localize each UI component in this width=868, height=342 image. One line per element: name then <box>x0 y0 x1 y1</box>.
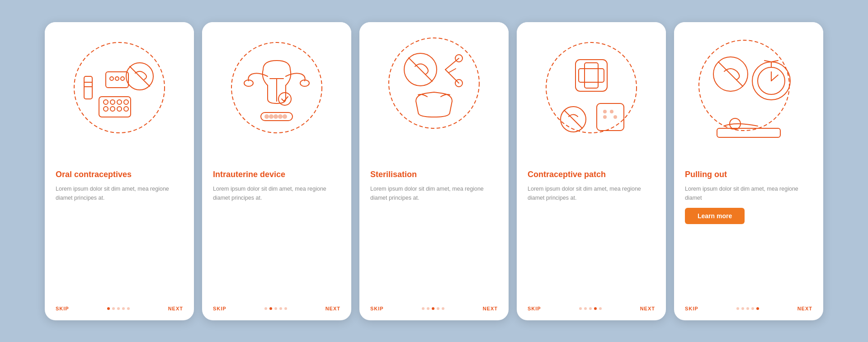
svg-line-33 <box>409 58 432 81</box>
svg-rect-1 <box>84 76 92 99</box>
dot-4-2 <box>584 307 587 310</box>
screen-3-dots <box>422 307 444 310</box>
svg-rect-43 <box>597 103 624 131</box>
screen-3-nav: SKIP NEXT <box>359 300 509 320</box>
svg-rect-40 <box>579 69 604 82</box>
screen-1-desc: Lorem ipsum dolor sit dim amet, mea regi… <box>56 184 183 202</box>
svg-point-26 <box>264 114 269 119</box>
screen-4-nav: SKIP NEXT <box>517 300 666 320</box>
screen-4-title: Contraceptive patch <box>528 169 655 180</box>
screen-3-content: Sterilisation Lorem ipsum dolor sit dim … <box>359 162 509 300</box>
svg-point-27 <box>269 114 274 119</box>
screen-5-next[interactable]: NEXT <box>797 306 812 311</box>
dot-2-5 <box>284 307 287 310</box>
learn-more-button[interactable]: Learn more <box>685 208 745 224</box>
screen-2-title: Intrauterine device <box>213 169 340 180</box>
screen-1-nav: SKIP NEXT <box>45 300 194 320</box>
screens-container: Oral contraceptives Lorem ipsum dolor si… <box>31 9 837 334</box>
illustration-sterilisation <box>359 22 509 162</box>
dot-1-4 <box>122 307 125 310</box>
screen-4-content: Contraceptive patch Lorem ipsum dolor si… <box>517 162 666 300</box>
svg-point-17 <box>115 77 119 80</box>
screen-intrauterine-device: Intrauterine device Lorem ipsum dolor si… <box>202 22 351 320</box>
screen-1-dots <box>107 307 130 310</box>
svg-line-56 <box>771 75 778 81</box>
dot-4-3 <box>589 307 592 310</box>
screen-3-next[interactable]: NEXT <box>483 306 498 311</box>
illustration-svg-4 <box>533 33 650 151</box>
dot-1-5 <box>127 307 130 310</box>
svg-point-31 <box>389 38 479 128</box>
svg-point-12 <box>124 107 128 111</box>
illustration-contraceptive-patch <box>517 22 666 162</box>
dot-3-4 <box>437 307 439 310</box>
dot-4-5 <box>599 307 602 310</box>
illustration-oral-contraceptives <box>45 22 194 162</box>
svg-point-7 <box>117 100 122 104</box>
screen-1-skip[interactable]: SKIP <box>56 306 69 311</box>
screen-1-content: Oral contraceptives Lorem ipsum dolor si… <box>45 162 194 300</box>
svg-point-24 <box>278 93 291 105</box>
svg-point-28 <box>274 114 278 119</box>
dot-5-5 <box>756 307 759 310</box>
screen-sterilisation: Sterilisation Lorem ipsum dolor sit dim … <box>359 22 509 320</box>
screen-2-desc: Lorem ipsum dolor sit dim amet, mea regi… <box>213 184 340 202</box>
illustration-svg-1 <box>61 33 178 151</box>
svg-point-6 <box>110 100 115 104</box>
screen-4-desc: Lorem ipsum dolor sit dim amet, mea regi… <box>528 184 655 202</box>
dot-5-3 <box>746 307 749 310</box>
screen-contraceptive-patch: Contraceptive patch Lorem ipsum dolor si… <box>517 22 666 320</box>
svg-point-8 <box>124 100 128 104</box>
screen-2-skip[interactable]: SKIP <box>213 306 226 311</box>
dot-2-3 <box>274 307 277 310</box>
screen-2-next[interactable]: NEXT <box>326 306 340 311</box>
screen-oral-contraceptives: Oral contraceptives Lorem ipsum dolor si… <box>45 22 194 320</box>
screen-5-nav: SKIP NEXT <box>674 300 823 320</box>
svg-rect-58 <box>717 128 780 137</box>
illustration-svg-3 <box>375 33 493 151</box>
dot-5-1 <box>736 307 739 310</box>
illustration-intrauterine-device <box>202 22 351 162</box>
dot-2-1 <box>264 307 267 310</box>
svg-point-29 <box>278 114 283 119</box>
svg-point-10 <box>110 107 115 111</box>
svg-point-47 <box>603 115 607 119</box>
svg-line-36 <box>448 69 456 73</box>
screen-1-next[interactable]: NEXT <box>168 306 183 311</box>
dot-1-1 <box>107 307 110 310</box>
dot-5-2 <box>741 307 744 310</box>
screen-5-title: Pulling out <box>685 169 812 180</box>
svg-rect-39 <box>585 63 598 88</box>
svg-point-9 <box>104 107 108 111</box>
svg-rect-38 <box>576 60 607 91</box>
dot-4-4 <box>594 307 597 310</box>
screen-4-dots <box>579 307 602 310</box>
illustration-svg-2 <box>218 33 335 151</box>
dot-1-3 <box>117 307 120 310</box>
screen-5-dots <box>736 307 759 310</box>
screen-5-skip[interactable]: SKIP <box>685 306 698 311</box>
screen-2-content: Intrauterine device Lorem ipsum dolor si… <box>202 162 351 300</box>
dot-2-2 <box>269 307 272 310</box>
svg-point-44 <box>603 110 607 113</box>
dot-3-3 <box>432 307 434 310</box>
svg-point-30 <box>283 114 287 119</box>
dot-1-2 <box>112 307 115 310</box>
screen-3-skip[interactable]: SKIP <box>370 306 384 311</box>
svg-line-54 <box>764 61 771 62</box>
screen-2-nav: SKIP NEXT <box>202 300 351 320</box>
screen-1-title: Oral contraceptives <box>56 169 183 180</box>
dot-2-4 <box>279 307 282 310</box>
svg-point-5 <box>104 100 108 104</box>
screen-5-desc: Lorem ipsum dolor sit dim amet, mea regi… <box>685 184 812 202</box>
svg-point-16 <box>110 77 113 80</box>
dot-3-5 <box>442 307 444 310</box>
svg-point-11 <box>117 107 122 111</box>
screen-4-next[interactable]: NEXT <box>640 306 655 311</box>
illustration-pulling-out <box>674 22 823 162</box>
dot-3-1 <box>422 307 425 310</box>
screen-2-dots <box>264 307 287 310</box>
screen-pulling-out: Pulling out Lorem ipsum dolor sit dim am… <box>674 22 823 320</box>
screen-4-skip[interactable]: SKIP <box>528 306 541 311</box>
illustration-svg-5 <box>690 33 807 151</box>
